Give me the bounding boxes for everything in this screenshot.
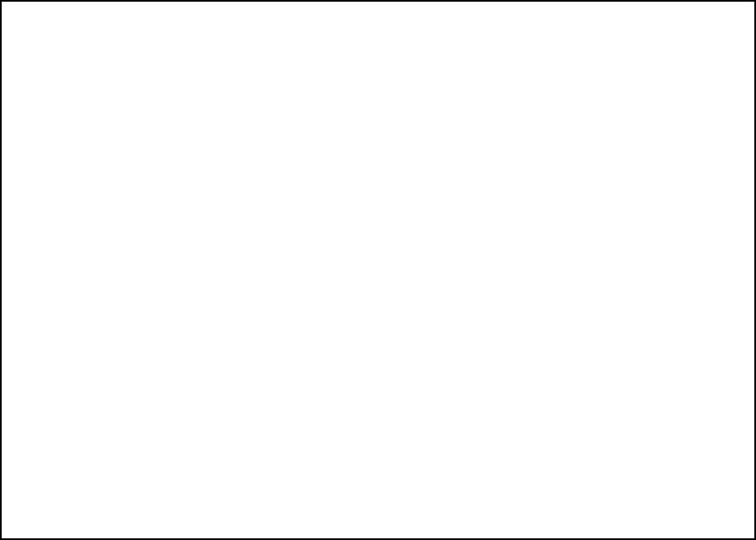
chart-svg xyxy=(75,52,727,457)
plot-area xyxy=(75,52,727,457)
chart-frame xyxy=(0,0,756,540)
